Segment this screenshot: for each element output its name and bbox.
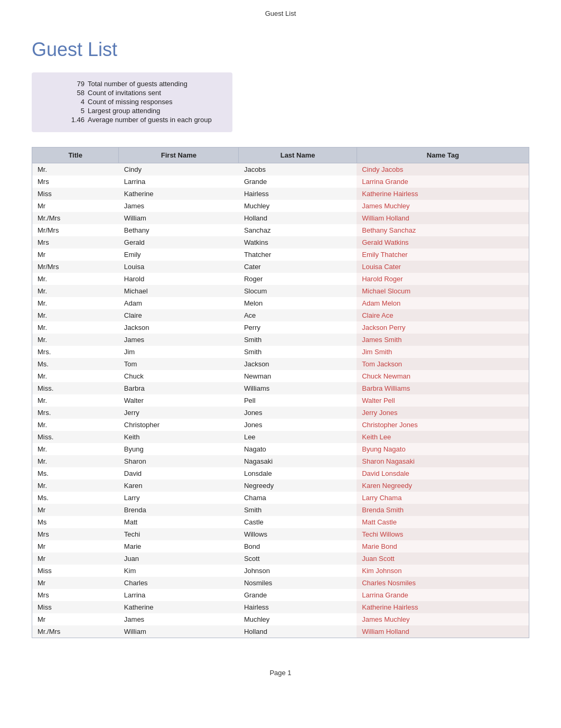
table-cell: Cater (239, 261, 357, 273)
table-row: Miss.KeithLeeKeith Lee (32, 431, 529, 443)
table-cell: Cindy Jacobs (357, 163, 529, 176)
table-cell: Katherine (119, 188, 239, 200)
table-cell: Roger (239, 273, 357, 285)
table-row: Mr.CindyJacobsCindy Jacobs (32, 163, 529, 176)
table-cell: Christopher (119, 419, 239, 431)
table-cell: Jackson (119, 321, 239, 334)
stat-row: 1.46Average number of guests in each gro… (63, 116, 222, 124)
table-cell: Hairless (239, 601, 357, 613)
table-cell: Mrs (32, 236, 119, 248)
table-row: Mr.JacksonPerryJackson Perry (32, 321, 529, 334)
table-cell: Walter Pell (357, 394, 529, 407)
table-cell: Juan Scott (357, 552, 529, 565)
table-cell: Mrs (32, 528, 119, 540)
table-cell: Ms (32, 516, 119, 528)
table-cell: Jacobs (239, 163, 357, 176)
table-cell: Sharon Nagasaki (357, 455, 529, 467)
table-cell: Newman (239, 370, 357, 382)
table-cell: Techi Willows (357, 528, 529, 540)
header-title: Guest List (265, 10, 296, 17)
stat-label: Largest group attending (88, 107, 160, 115)
table-row: Mr/MrsLouisaCaterLouisa Cater (32, 261, 529, 273)
table-cell: Mr. (32, 309, 119, 321)
table-cell: Bethany (119, 224, 239, 236)
table-cell: Mr. (32, 297, 119, 309)
table-cell: Harold Roger (357, 273, 529, 285)
table-cell: Mr (32, 540, 119, 552)
table-row: MrsGeraldWatkinsGerald Watkins (32, 236, 529, 248)
table-cell: Charles (119, 577, 239, 589)
table-row: MissKimJohnsonKim Johnson (32, 565, 529, 577)
table-cell: Katherine Hairless (357, 601, 529, 613)
table-row: Mr.ChuckNewmanChuck Newman (32, 370, 529, 382)
table-cell: Mr/Mrs (32, 224, 119, 236)
table-cell: Mr/Mrs (32, 261, 119, 273)
table-cell: Jackson Perry (357, 321, 529, 334)
table-cell: Ace (239, 309, 357, 321)
table-cell: Jerry (119, 407, 239, 419)
main-content: Guest List 79Total number of guests atte… (0, 23, 561, 659)
table-cell: Mr. (32, 285, 119, 297)
table-cell: Matt (119, 516, 239, 528)
table-cell: Emily Thatcher (357, 248, 529, 261)
table-cell: Perry (239, 321, 357, 334)
table-row: Ms.TomJacksonTom Jackson (32, 358, 529, 370)
table-cell: Charles Nosmiles (357, 577, 529, 589)
table-cell: Katherine Hairless (357, 188, 529, 200)
stat-row: 5Largest group attending (63, 107, 222, 115)
stat-label: Average number of guests in each group (88, 116, 212, 124)
table-cell: Mr. (32, 321, 119, 334)
table-cell: Jackson (239, 358, 357, 370)
table-row: MrEmilyThatcherEmily Thatcher (32, 248, 529, 261)
table-cell: Smith (239, 504, 357, 516)
table-cell: Kim Johnson (357, 565, 529, 577)
table-cell: Ms. (32, 467, 119, 480)
table-cell: Holland (239, 212, 357, 224)
table-cell: Mrs. (32, 407, 119, 419)
table-row: Mr.JamesSmithJames Smith (32, 334, 529, 346)
table-cell: Williams (239, 382, 357, 394)
table-row: Mr./MrsWilliamHollandWilliam Holland (32, 625, 529, 638)
stat-row: 4Count of missing responses (63, 98, 222, 106)
table-row: MrsTechiWillowsTechi Willows (32, 528, 529, 540)
table-cell: Lonsdale (239, 467, 357, 480)
table-cell: Mrs. (32, 346, 119, 358)
table-cell: Mr. (32, 370, 119, 382)
table-cell: Bethany Sanchaz (357, 224, 529, 236)
table-cell: Nagato (239, 443, 357, 455)
table-cell: Keith Lee (357, 431, 529, 443)
table-row: MrJuanScottJuan Scott (32, 552, 529, 565)
table-row: Mr.MichaelSlocumMichael Slocum (32, 285, 529, 297)
table-cell: Barbra Williams (357, 382, 529, 394)
table-cell: Michael Slocum (357, 285, 529, 297)
table-cell: Miss (32, 601, 119, 613)
table-cell: Louisa (119, 261, 239, 273)
table-cell: Karen Negreedy (357, 480, 529, 492)
table-cell: Mr (32, 248, 119, 261)
table-cell: Adam Melon (357, 297, 529, 309)
guest-table: TitleFirst NameLast NameName Tag Mr.Cind… (32, 147, 529, 638)
table-cell: Byung Nagato (357, 443, 529, 455)
table-cell: Harold (119, 273, 239, 285)
table-cell: Claire (119, 309, 239, 321)
stat-row: 58Count of invitations sent (63, 89, 222, 97)
stat-row: 79Total number of guests attending (63, 80, 222, 88)
table-row: Mr.KarenNegreedyKaren Negreedy (32, 480, 529, 492)
table-cell: Walter (119, 394, 239, 407)
table-cell: James Smith (357, 334, 529, 346)
table-cell: Adam (119, 297, 239, 309)
table-cell: James (119, 613, 239, 625)
table-cell: Mr (32, 577, 119, 589)
table-cell: Mr. (32, 419, 119, 431)
table-cell: Katherine (119, 601, 239, 613)
table-cell: William (119, 212, 239, 224)
table-cell: Chama (239, 492, 357, 504)
table-cell: Sanchaz (239, 224, 357, 236)
table-row: Mr.ChristopherJonesChristopher Jones (32, 419, 529, 431)
stat-num: 58 (63, 89, 85, 97)
table-row: Ms.DavidLonsdaleDavid Lonsdale (32, 467, 529, 480)
table-cell: Larry (119, 492, 239, 504)
stats-box: 79Total number of guests attending58Coun… (32, 72, 232, 132)
page-header: Guest List (0, 0, 561, 23)
table-cell: Mr (32, 613, 119, 625)
